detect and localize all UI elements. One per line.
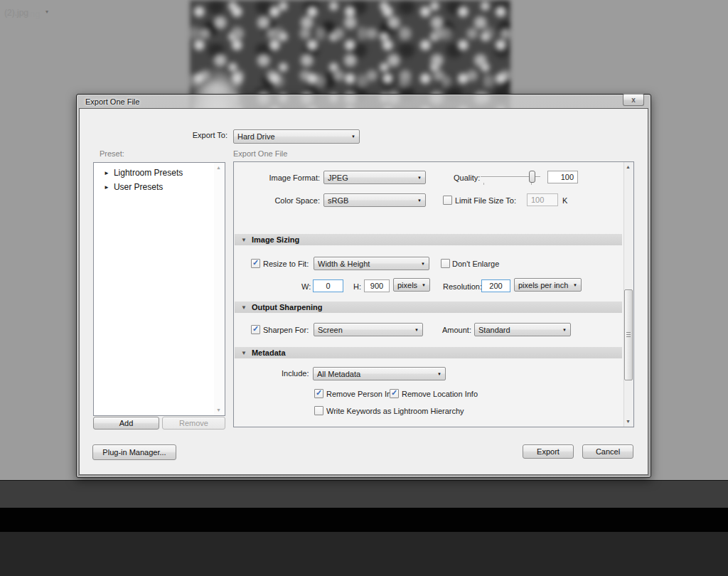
preset-label: Preset: [100,149,124,158]
plugin-manager-button[interactable]: Plug-in Manager... [92,444,176,460]
resize-to-fit-label: Resize to Fit: [263,260,309,268]
height-label: H: [353,282,361,291]
section-title: Image Sizing [252,235,299,244]
quality-label: Quality: [454,174,480,182]
add-preset-button[interactable]: Add [93,417,159,430]
color-space-label: Color Space: [242,196,320,205]
section-title: Metadata [252,348,286,357]
amount-select[interactable]: Standard ▼ [474,323,571,336]
preset-item-user-presets[interactable]: ► User Presets [104,181,163,193]
export-to-label: Export To: [156,131,228,139]
check-icon: ✓ [252,325,259,333]
chevron-down-icon: ▼ [422,283,426,287]
collapse-icon[interactable]: ▼ [241,350,247,356]
limit-file-size-unit: K [562,196,567,205]
check-icon: ✓ [252,259,259,267]
scroll-down-icon[interactable]: ▼ [216,407,221,412]
check-icon: ✓ [391,389,397,397]
dont-enlarge-checkbox[interactable] [441,259,450,268]
check-icon: ✓ [316,389,322,397]
preset-list-scrollbar[interactable] [214,163,225,415]
close-icon: x [631,96,636,104]
amount-value: Standard [478,326,560,334]
metadata-header[interactable]: ▼ Metadata [235,347,622,358]
sharpen-for-value: Screen [318,326,412,334]
image-format-select[interactable]: JPEG ▼ [323,171,426,184]
height-input[interactable]: 900 [364,279,390,292]
tree-expand-icon[interactable]: ► [104,170,109,176]
scroll-down-icon[interactable]: ▼ [626,419,631,424]
chevron-down-icon: ▼ [414,328,419,332]
scroll-up-icon[interactable]: ▲ [216,165,221,170]
limit-file-size-label: Limit File Size To: [455,196,516,205]
write-keywords-checkbox[interactable] [314,406,323,415]
chevron-down-icon: ▼ [351,134,355,139]
remove-person-info-checkbox[interactable]: ✓ [314,389,323,398]
chevron-down-icon: ▼ [437,372,441,376]
quality-slider[interactable] [481,171,542,185]
remove-preset-button[interactable]: Remove [162,417,225,430]
output-sharpening-header[interactable]: ▼ Output Sharpening [235,302,622,313]
image-format-value: JPEG [328,174,414,182]
settings-group-label: Export One File [233,149,287,158]
chevron-down-icon: ▼ [573,283,577,287]
resolution-unit-select[interactable]: pixels per inch ▼ [514,278,582,292]
include-select[interactable]: All Metadata ▼ [313,367,446,380]
sharpen-for-label: Sharpen For: [263,326,309,334]
slider-tick [531,183,532,185]
chevron-down-icon: ▼ [417,198,422,203]
sharpen-for-checkbox[interactable]: ✓ [251,325,260,334]
resize-mode-select[interactable]: Width & Height ▼ [314,257,429,270]
export-dialog: Export One File x Export To: Hard Drive … [0,0,728,576]
width-input[interactable]: 0 [313,279,343,292]
resolution-unit-value: pixels per inch [518,281,570,289]
width-label: W: [301,282,311,291]
resize-mode-value: Width & Height [318,260,418,268]
section-title: Output Sharpening [252,303,323,311]
quality-input[interactable]: 100 [547,171,578,183]
export-to-select[interactable]: Hard Drive ▼ [233,129,360,144]
preset-list [93,162,225,416]
chevron-down-icon: ▼ [421,262,425,266]
scroll-up-icon[interactable]: ▲ [626,164,631,169]
scrollbar-thumb[interactable] [624,289,633,380]
size-unit-value: pixels [397,281,419,289]
export-to-value: Hard Drive [237,132,348,141]
resolution-input[interactable]: 200 [481,279,510,292]
limit-file-size-checkbox[interactable] [443,196,452,205]
preset-item-lightroom-presets[interactable]: ► Lightroom Presets [104,166,183,179]
color-space-select[interactable]: sRGB ▼ [323,193,426,207]
scrollbar-grip-icon [626,332,631,338]
close-button[interactable]: x [623,94,644,106]
include-value: All Metadata [317,370,434,378]
slider-handle[interactable] [529,171,535,183]
collapse-icon[interactable]: ▼ [241,237,247,243]
tree-expand-icon[interactable]: ► [104,184,109,191]
dont-enlarge-label: Don't Enlarge [452,260,499,268]
preset-item-label: Lightroom Presets [114,168,183,178]
remove-person-info-label: Remove Person Info [326,390,397,398]
slider-tick [483,183,484,185]
image-format-label: Image Format: [242,174,320,182]
write-keywords-label: Write Keywords as Lightroom Hierarchy [326,407,464,415]
color-space-value: sRGB [328,196,414,205]
sharpen-for-select[interactable]: Screen ▼ [314,323,423,336]
cancel-button[interactable]: Cancel [582,444,633,459]
preset-item-label: User Presets [114,182,163,192]
resize-to-fit-checkbox[interactable]: ✓ [251,259,260,268]
remove-location-info-checkbox[interactable]: ✓ [390,389,399,398]
include-label: Include: [282,369,309,378]
limit-file-size-input[interactable]: 100 [527,193,558,206]
amount-label: Amount: [442,326,471,334]
chevron-down-icon: ▼ [562,328,567,332]
size-unit-select[interactable]: pixels ▼ [393,278,430,292]
chevron-down-icon: ▼ [417,176,422,180]
resolution-label: Resolution: [443,282,482,291]
export-button[interactable]: Export [523,444,574,459]
collapse-icon[interactable]: ▼ [241,304,247,311]
image-sizing-header[interactable]: ▼ Image Sizing [235,234,622,245]
lightroom-workspace: Proofing (2).jpg ▾ Export One File x Exp… [0,0,728,576]
dialog-title: Export One File [85,97,139,106]
remove-location-info-label: Remove Location Info [402,390,478,398]
